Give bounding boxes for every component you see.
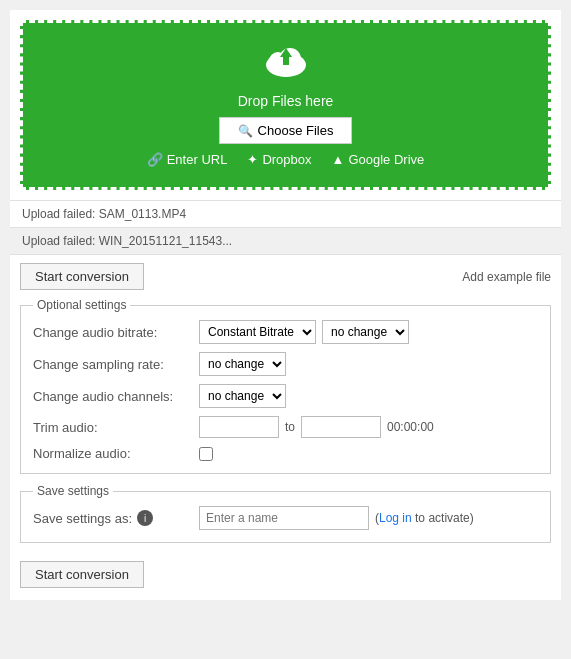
bitrate-label: Change audio bitrate: xyxy=(33,325,193,340)
bitrate-controls: Constant Bitrate Variable Bitrate no cha… xyxy=(199,320,538,344)
cloud-upload-icon xyxy=(260,43,312,91)
main-container: Drop Files here 🔍 Choose Files 🔗 Enter U… xyxy=(10,10,561,600)
search-icon: 🔍 xyxy=(238,124,253,138)
trim-label: Trim audio: xyxy=(33,420,193,435)
dropbox-link[interactable]: ✦ Dropbox xyxy=(247,152,311,167)
add-example-link[interactable]: Add example file xyxy=(462,270,551,284)
drop-links: 🔗 Enter URL ✦ Dropbox ▲ Google Drive xyxy=(147,152,425,167)
login-text: (Log in to activate) xyxy=(375,511,474,525)
enter-url-link[interactable]: 🔗 Enter URL xyxy=(147,152,228,167)
bitrate-type-select[interactable]: Constant Bitrate Variable Bitrate xyxy=(199,320,316,344)
sampling-label: Change sampling rate: xyxy=(33,357,193,372)
drop-label: Drop Files here xyxy=(238,93,334,109)
upload-failed-list: Upload failed: SAM_0113.MP4 Upload faile… xyxy=(10,200,561,255)
sampling-controls: no change 8000 Hz 11025 Hz 22050 Hz 4410… xyxy=(199,352,538,376)
choose-files-button[interactable]: 🔍 Choose Files xyxy=(219,117,353,144)
save-name-input[interactable] xyxy=(199,506,369,530)
trim-time-display: 00:00:00 xyxy=(387,420,434,434)
drop-zone[interactable]: Drop Files here 🔍 Choose Files 🔗 Enter U… xyxy=(20,20,551,190)
start-conversion-button-top[interactable]: Start conversion xyxy=(20,263,144,290)
normalize-controls xyxy=(199,447,538,461)
channels-controls: no change 1 (Mono) 2 (Stereo) xyxy=(199,384,538,408)
link-icon: 🔗 xyxy=(147,152,163,167)
save-grid: Save settings as: i (Log in to activate) xyxy=(33,506,538,530)
drive-icon: ▲ xyxy=(332,152,345,167)
bottom-action: Start conversion xyxy=(10,553,561,600)
login-link[interactable]: Log in xyxy=(379,511,412,525)
save-as-label: Save settings as: xyxy=(33,511,132,526)
optional-settings-legend: Optional settings xyxy=(33,298,130,312)
settings-grid: Change audio bitrate: Constant Bitrate V… xyxy=(33,320,538,461)
trim-controls: to 00:00:00 xyxy=(199,416,538,438)
dropbox-icon: ✦ xyxy=(247,152,258,167)
channels-label: Change audio channels: xyxy=(33,389,193,404)
google-drive-link[interactable]: ▲ Google Drive xyxy=(332,152,425,167)
upload-failed-item: Upload failed: SAM_0113.MP4 xyxy=(10,200,561,228)
save-label-row: Save settings as: i xyxy=(33,510,193,526)
sampling-select[interactable]: no change 8000 Hz 11025 Hz 22050 Hz 4410… xyxy=(199,352,286,376)
action-row: Start conversion Add example file xyxy=(10,255,561,298)
save-settings-legend: Save settings xyxy=(33,484,113,498)
channels-select[interactable]: no change 1 (Mono) 2 (Stereo) xyxy=(199,384,286,408)
bitrate-value-select[interactable]: no change 32 kBit/s 64 kBit/s 96 kBit/s … xyxy=(322,320,409,344)
upload-failed-item: Upload failed: WIN_20151121_11543... xyxy=(10,228,561,255)
normalize-checkbox[interactable] xyxy=(199,447,213,461)
info-icon[interactable]: i xyxy=(137,510,153,526)
save-input-row: (Log in to activate) xyxy=(199,506,538,530)
trim-from-input[interactable] xyxy=(199,416,279,438)
trim-to-label: to xyxy=(285,420,295,434)
trim-to-input[interactable] xyxy=(301,416,381,438)
save-settings-fieldset: Save settings Save settings as: i (Log i… xyxy=(20,484,551,543)
normalize-label: Normalize audio: xyxy=(33,446,193,461)
optional-settings-fieldset: Optional settings Change audio bitrate: … xyxy=(20,298,551,474)
start-conversion-button-bottom[interactable]: Start conversion xyxy=(20,561,144,588)
